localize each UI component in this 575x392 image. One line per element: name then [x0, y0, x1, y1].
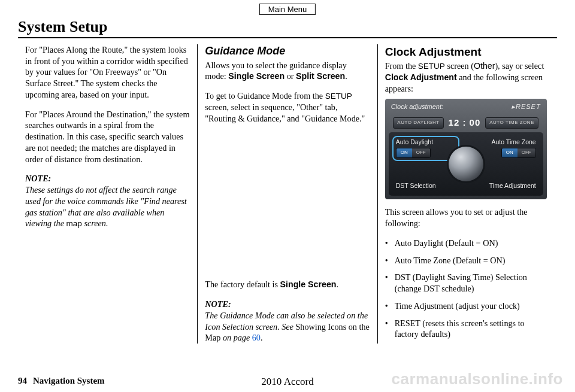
col2-para-2: To get to Guidance Mode from the SETUP s… [205, 90, 370, 124]
col3-intro: From the SETUP screen (Other), say or se… [385, 60, 550, 94]
setup-word-1: SETUP [325, 92, 352, 101]
scr-time-adj-label: Time Adjustment [489, 182, 536, 190]
col2-period: . [345, 71, 347, 81]
other-tab-word: Other [474, 61, 495, 71]
scr-time: 12 : 00 [449, 117, 481, 129]
scr-dial [449, 147, 483, 181]
toggle-on-2: ON [502, 148, 518, 157]
column-3: Clock Adjustment From the SETUP screen (… [377, 44, 557, 344]
col2-note-label: NOTE: [205, 299, 370, 310]
col1-note-label: NOTE: [25, 173, 190, 184]
bullet-auto-timezone: Auto Time Zone (Default = ON) [385, 255, 550, 266]
scr-dst: DST Selection [396, 182, 436, 190]
scr-auto-daylight-label: Auto Daylight [396, 138, 433, 147]
page-title: System Setup [18, 18, 557, 36]
split-screen-label: Split Screen [296, 71, 345, 81]
title-rule [18, 37, 557, 38]
scr-dial-panel: Auto Daylight ON OFF Auto Time Zone ON O… [389, 132, 543, 196]
col2-default-period: . [336, 279, 338, 289]
col3-bullet-list: Auto Daylight (Default = ON) Auto Time Z… [385, 238, 550, 340]
col2-p2-a: To get to Guidance Mode from the [205, 91, 325, 101]
scr-auto-daylight: Auto Daylight ON OFF [396, 138, 433, 157]
scr-badge-right: AUTO TIME ZONE [485, 117, 538, 129]
bullet-time-adjustment: Time Adjustment (adjust your clock) [385, 300, 550, 312]
col2-or: or [285, 71, 296, 81]
scr-reset: ▸RESET [512, 102, 541, 111]
col2-note-b: on page [220, 333, 252, 342]
footer-section: Navigation System [33, 376, 105, 386]
col3-intro-a: From the [385, 61, 418, 71]
guidance-mode-heading: Guidance Mode [205, 44, 370, 59]
col2-default: The factory default is Single Screen. [205, 279, 370, 290]
footer-model: 2010 Accord [261, 376, 313, 388]
single-screen-label: Single Screen [228, 71, 285, 81]
col3-intro-c: ), say or select [495, 61, 544, 71]
col2-note-body: The Guidance Mode can also be selected o… [205, 310, 370, 344]
col2-p2-b: screen, select in sequence, "Other" tab,… [205, 102, 365, 123]
scr-auto-timezone-label: Auto Time Zone [492, 138, 536, 147]
column-2: Guidance Mode Allows you to select the g… [197, 44, 377, 344]
col2-default-a: The factory default is [205, 279, 280, 289]
col2-note-end: . [261, 333, 263, 342]
columns: For "Places Along the Route," the system… [18, 44, 557, 344]
footer: 94 Navigation System 2010 Accord [18, 376, 557, 386]
page-link-60[interactable]: 60 [252, 333, 261, 342]
scr-title: Clock adjustment: [391, 102, 443, 111]
scr-time-adj: Time Adjustment [489, 182, 536, 190]
column-1: For "Places Along the Route," the system… [18, 44, 197, 344]
scr-dst-label: DST Selection [396, 182, 436, 190]
toggle-on: ON [397, 148, 412, 157]
setup-word-2: SETUP [418, 62, 445, 71]
scr-auto-daylight-toggle: ON OFF [396, 148, 431, 158]
col3-after-img: This screen allows you to set or adjust … [385, 206, 550, 229]
col1-note-b: screen. [82, 218, 108, 228]
clock-adjustment-heading: Clock Adjustment [385, 44, 550, 59]
bullet-dst: DST (Daylight Saving Time) Selection (ch… [385, 272, 550, 294]
col3-intro-b: screen ( [445, 61, 474, 71]
clock-adjustment-bold: Clock Adjustment [385, 72, 457, 82]
toggle-off: OFF [412, 148, 430, 157]
col1-note-body: These settings do not affect the search … [25, 184, 190, 229]
bullet-reset: RESET (resets this screen's settings to … [385, 318, 550, 340]
scr-auto-timezone-toggle: ON OFF [501, 148, 536, 158]
toggle-off-2: OFF [518, 148, 535, 157]
default-value: Single Screen [280, 279, 337, 289]
main-menu-button[interactable]: Main Menu [259, 4, 316, 15]
clock-adjustment-screenshot: Clock adjustment: ▸RESET AUTO DAYLIGHT 1… [385, 99, 547, 199]
scr-auto-timezone: Auto Time Zone ON OFF [492, 138, 536, 157]
col1-para-1: For "Places Along the Route," the system… [25, 44, 190, 101]
col1-para-2: For "Places Around the Destination," the… [25, 109, 190, 165]
page-number: 94 [18, 376, 27, 386]
map-screen-word: map [66, 219, 82, 228]
scr-badge-left: AUTO DAYLIGHT [393, 117, 443, 129]
col2-para-1: Allows you to select the guidance displa… [205, 60, 370, 82]
bullet-auto-daylight: Auto Daylight (Default = ON) [385, 238, 550, 249]
